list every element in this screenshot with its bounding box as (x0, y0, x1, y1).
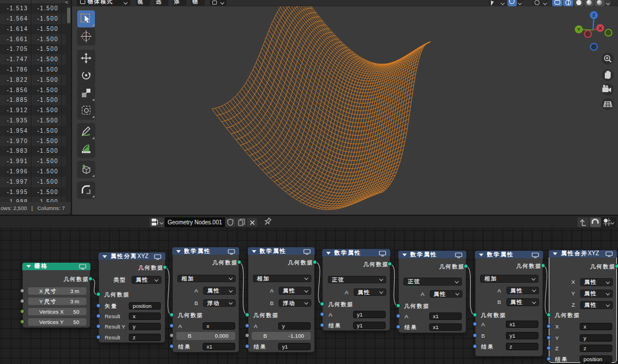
svg-text:Y: Y (577, 27, 581, 32)
svg-text:Z: Z (592, 13, 595, 18)
svg-text:X: X (599, 26, 602, 31)
